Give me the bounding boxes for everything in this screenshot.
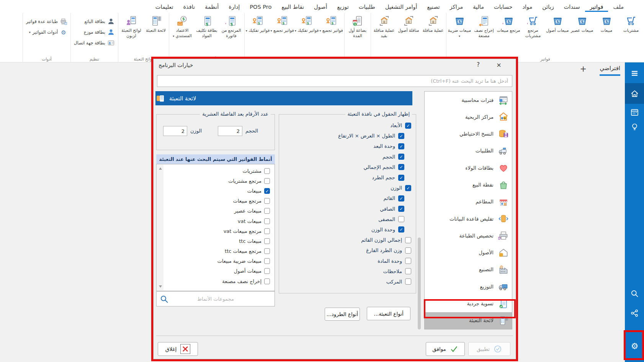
checkbox[interactable] — [398, 154, 404, 160]
menu-tab[interactable]: أصول — [309, 1, 332, 12]
scroll-down-icon[interactable] — [157, 283, 163, 290]
checkbox[interactable] — [398, 175, 404, 181]
menu-tab[interactable]: أوامر التشغيل — [380, 1, 422, 12]
close-button[interactable]: إغلاق — [158, 342, 198, 356]
checkbox[interactable] — [398, 195, 404, 201]
ribbon-button[interactable]: $ مبيعات عصير ▾ — [570, 13, 594, 33]
pattern-groups-search-input[interactable] — [157, 292, 275, 306]
fields-scrollbar[interactable] — [418, 238, 421, 329]
category-item[interactable]: نقطة البيع — [425, 176, 512, 193]
menu-tab[interactable]: POS Pro — [245, 1, 276, 12]
ribbon-button[interactable]: 1 بضاعة أول المدة ▾ — [345, 13, 370, 39]
checkbox[interactable] — [398, 226, 404, 233]
checkbox[interactable] — [264, 238, 270, 244]
category-item[interactable]: الأصول — [425, 244, 512, 261]
checkbox[interactable] — [398, 206, 404, 212]
checkbox[interactable] — [398, 164, 404, 170]
menu-tab[interactable]: أنظمة — [200, 1, 224, 12]
packing-types-button[interactable]: أنواع التعبئة... — [367, 307, 410, 320]
ribbon-button[interactable]: $ الاعتماد المستندي ▾ — [170, 13, 195, 39]
category-item[interactable]: $ مراكز الربحية — [425, 108, 512, 125]
package-types-button[interactable]: أنواع الطرود... — [325, 308, 360, 321]
checkbox[interactable] — [264, 178, 270, 184]
ribbon-button[interactable]: $ مبيعات أصول ▾ — [545, 13, 570, 33]
close-icon[interactable]: × — [495, 61, 503, 69]
category-item[interactable]: ⚙ التصنيع — [425, 261, 512, 278]
menu-tab[interactable]: ملف — [608, 1, 629, 12]
ribbon-button[interactable]: $ فواتير تفكيك ▾ — [294, 13, 319, 33]
ribbon-button[interactable]: $ فواتير تجميع ▾ — [270, 13, 294, 33]
volume-decimals-input[interactable] — [218, 126, 242, 136]
ribbon-button[interactable]: $ مبيعات ضريبة ▾ — [447, 13, 472, 39]
ribbon-button[interactable]: $ فواتير تفكيك ▾ — [245, 13, 270, 33]
weight-decimals-input[interactable] — [163, 126, 187, 136]
checkbox[interactable] — [264, 248, 270, 254]
help-button[interactable]: ? — [474, 61, 482, 68]
checkbox[interactable] — [264, 208, 270, 214]
ribbon-row-button[interactable]: طباعة عدة فواتير ▾ — [26, 18, 67, 25]
menu-tab[interactable]: زبائن — [537, 1, 559, 12]
ribbon-row-button[interactable]: ⚙ أدوات الفواتير ▾ — [26, 28, 67, 36]
category-item[interactable]: لائحة التعبئة — [425, 312, 512, 329]
patterns-scrollbar[interactable] — [157, 165, 163, 290]
scroll-up-icon[interactable] — [157, 165, 163, 172]
ribbon-button[interactable]: $↩ مرتجع مبيعات ▾ — [496, 13, 521, 33]
checkbox[interactable] — [264, 218, 270, 224]
ribbon-button[interactable]: إخراج نصف مصنعة ▾ — [472, 13, 496, 39]
checkbox[interactable] — [405, 247, 411, 254]
add-workspace-tab-button[interactable]: + — [580, 64, 587, 74]
workspace-tab-default[interactable]: افتراضي — [600, 65, 620, 76]
menu-tab[interactable]: مواد — [517, 1, 537, 12]
category-item[interactable]: تسوية جردية — [425, 295, 512, 312]
share-icon[interactable] — [625, 306, 644, 320]
checkbox[interactable] — [398, 143, 404, 149]
checkbox[interactable] — [405, 237, 411, 243]
ribbon-button[interactable]: لوائح التعبئة لزبون ▾ — [119, 13, 144, 39]
menu-tab[interactable]: توزيع — [332, 1, 353, 12]
ribbon-button[interactable]: مشتريات ▾ — [619, 13, 643, 33]
checkbox[interactable] — [398, 133, 404, 139]
ribbon-row-button[interactable]: بطاقة البائع ▾ — [74, 18, 115, 25]
menu-tab[interactable]: نافذة — [178, 1, 200, 12]
ribbon-button[interactable]: ↩ مرتجع مشتريات ▾ — [521, 13, 545, 39]
checkbox[interactable] — [264, 168, 270, 174]
ribbon-button[interactable]: ↩$ المرتجع من فاتورة ▾ — [219, 13, 244, 39]
checkbox[interactable] — [398, 216, 404, 222]
menu-tab[interactable]: حسابات — [489, 1, 517, 12]
dialog-search-input[interactable] — [157, 75, 512, 87]
ok-button[interactable]: موافق — [426, 342, 465, 356]
home-button[interactable] — [625, 83, 644, 104]
apply-button[interactable]: تطبيق — [468, 342, 510, 356]
ribbon-button[interactable]: $ فواتير تجميع ▾ — [319, 13, 343, 33]
bulb-icon[interactable] — [625, 120, 644, 134]
checkbox[interactable] — [405, 278, 411, 285]
menu-tab[interactable]: طلبيات — [354, 1, 380, 12]
checkbox[interactable] — [405, 258, 411, 264]
search-icon[interactable] — [625, 287, 644, 300]
menu-tab[interactable]: نقاط البيع — [276, 1, 309, 12]
category-item[interactable]: الطلبيات — [425, 143, 512, 159]
menu-tab[interactable]: سندات — [559, 1, 585, 12]
menu-tab[interactable]: تعليمات — [150, 1, 178, 12]
menu-icon[interactable] — [625, 66, 644, 80]
category-item[interactable]: النسخ الاحتياطي — [425, 126, 512, 143]
category-item[interactable]: فترات محاسبية — [425, 92, 512, 108]
ribbon-button[interactable]: $ مبيعات ▾ — [594, 13, 619, 33]
checkbox[interactable] — [264, 198, 270, 204]
ribbon-button[interactable]: عملية مناقلة بقيد ▾ — [372, 13, 396, 39]
ribbon-button[interactable]: لائحة التعبئة ▾ — [144, 13, 168, 33]
ribbon-button[interactable]: عملية مناقلة ▾ — [421, 13, 445, 33]
category-item[interactable]: ⚙ تخصيص الطباعة — [425, 227, 512, 244]
category-item[interactable]: بطاقات الولاء — [425, 159, 512, 176]
checkbox[interactable] — [264, 188, 270, 194]
ribbon-button[interactable]: مناقلة أصول ▾ — [396, 13, 421, 33]
category-item[interactable]: تقليص قاعدة البيانات — [425, 210, 512, 227]
calendar-icon[interactable] — [625, 105, 644, 119]
checkbox[interactable] — [405, 268, 411, 274]
ribbon-row-button[interactable]: بطاقة موزع ▾ — [74, 28, 115, 36]
ribbon-row-button[interactable]: بطاقة جهة اتصال ▾ — [74, 39, 115, 47]
checkbox[interactable] — [405, 185, 411, 191]
menu-tab[interactable]: إدارة — [224, 1, 245, 12]
checkbox[interactable] — [264, 268, 270, 274]
menu-tab[interactable]: مالية — [468, 1, 489, 12]
